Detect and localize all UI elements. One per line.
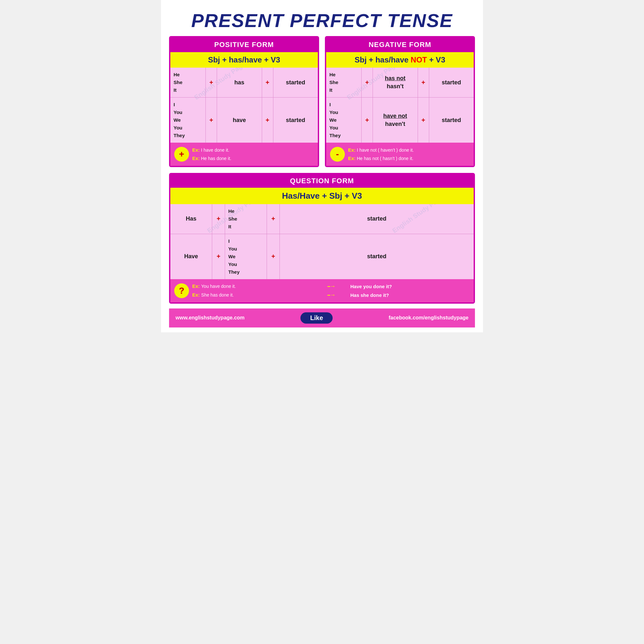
negative-verb-1: has not hasn't: [373, 68, 418, 97]
negative-row-2: IYouWeYouThey + have not haven't + start…: [326, 98, 474, 143]
q-ex-pair-2: Ex: She has done it. --→ Has she done it…: [192, 292, 470, 298]
negative-v3-2: started: [429, 98, 474, 143]
ex-label-pos-1: Ex:: [192, 147, 200, 153]
neg-verb-line2-1: hasn't: [387, 82, 403, 90]
negative-verb-2: have not haven't: [373, 98, 418, 143]
positive-badge: +: [174, 147, 189, 162]
negative-subjects-2: IYouWeYouThey: [326, 98, 362, 143]
footer-left-url: www.englishstudypage.com: [175, 315, 245, 321]
question-formula: Has/Have + Sbj + V3: [170, 188, 474, 204]
positive-form-box: POSITIVE FORM Sbj + has/have + V3 Englis…: [169, 36, 319, 167]
question-header-wrap: QUESTION FORM: [170, 174, 474, 188]
positive-plus2-1: +: [262, 68, 273, 97]
negative-formula: Sbj + has/have NOT + V3: [326, 52, 474, 68]
q-ex-pair-1: Ex: You have done it. --→ Have you done …: [192, 283, 470, 290]
neg-verb-line1-1: has not: [385, 74, 405, 82]
question-subjects-1: HeSheIt: [225, 204, 267, 234]
q-ex-right-1: Have you done it?: [350, 284, 470, 289]
q-ex-left-1: Ex: You have done it.: [192, 283, 312, 289]
footer-right-url: facebook.com/englishstudypage: [389, 315, 469, 321]
question-v3-1: started: [280, 204, 474, 234]
like-button[interactable]: Like: [300, 312, 333, 324]
positive-plus1-2: +: [206, 98, 217, 143]
question-v3-2: started: [280, 234, 474, 279]
positive-examples-text: Ex: I have done it. Ex: He has done it.: [192, 146, 231, 163]
ex-label-neg-2: Ex:: [348, 156, 355, 161]
negative-v3-1: started: [429, 68, 474, 97]
positive-verb-1: has: [217, 68, 262, 97]
positive-formula: Sbj + has/have + V3: [170, 52, 318, 68]
negative-plus1-1: +: [362, 68, 373, 97]
question-plus1-1: +: [212, 204, 225, 234]
q-arrow-2: --→: [318, 292, 344, 298]
question-row-1: Has + HeSheIt + started: [170, 204, 474, 234]
question-verb-1: Has: [170, 204, 212, 234]
positive-verb-2: have: [217, 98, 262, 143]
ex-label-pos-2: Ex:: [192, 156, 200, 161]
positive-subjects-2: IYouWeYouThey: [170, 98, 206, 143]
positive-row-1: HeSheIt + has + started: [170, 68, 318, 98]
question-subjects-2: IYouWeYouThey: [225, 234, 267, 279]
question-verb-2: Have: [170, 234, 212, 279]
positive-v3-2: started: [273, 98, 318, 143]
question-examples: ? Ex: You have done it. --→ Have you don…: [170, 279, 474, 302]
negative-row-1: HeSheIt + has not hasn't + started: [326, 68, 474, 98]
question-form-box: QUESTION FORM Has/Have + Sbj + V3 Englis…: [169, 173, 475, 304]
question-plus2-1: +: [267, 204, 280, 234]
negative-subjects-1: HeSheIt: [326, 68, 362, 97]
ex-label-q-1: Ex:: [192, 283, 200, 289]
question-table: English Study Page English Study Page Ha…: [170, 204, 474, 279]
negative-examples-text: Ex: I have not ( haven't ) done it. Ex: …: [348, 146, 414, 163]
q-arrow-1: --→: [318, 283, 344, 290]
neg-verb-line2-2: haven't: [385, 120, 405, 128]
top-section: POSITIVE FORM Sbj + has/have + V3 Englis…: [169, 36, 475, 167]
negative-header: NEGATIVE FORM: [326, 37, 474, 52]
positive-v3-1: started: [273, 68, 318, 97]
negative-ex1: I have not ( haven't ) done it.: [357, 147, 414, 153]
neg-verb-line1-2: have not: [383, 112, 407, 120]
neg-formula-not: NOT: [411, 55, 427, 64]
positive-table: English Study Page HeSheIt + has + start…: [170, 68, 318, 143]
negative-ex2: He has not ( hasn't ) done it.: [357, 156, 413, 161]
question-plus2-2: +: [267, 234, 280, 279]
negative-examples: - Ex: I have not ( haven't ) done it. Ex…: [326, 143, 474, 166]
neg-formula-suffix: + V3: [427, 55, 445, 64]
question-plus1-2: +: [212, 234, 225, 279]
positive-row-2: IYouWeYouThey + have + started: [170, 98, 318, 143]
negative-plus2-2: +: [418, 98, 429, 143]
positive-subjects-1: HeSheIt: [170, 68, 206, 97]
question-header: QUESTION FORM: [170, 177, 474, 185]
negative-plus1-2: +: [362, 98, 373, 143]
question-row-2: Have + IYouWeYouThey + started: [170, 234, 474, 279]
positive-header: POSITIVE FORM: [170, 37, 318, 52]
q-ex1-left: You have done it.: [201, 284, 236, 289]
q-ex2-left: She has done it.: [201, 292, 234, 298]
negative-badge: -: [330, 147, 345, 162]
negative-plus2-1: +: [418, 68, 429, 97]
positive-examples: + Ex: I have done it. Ex: He has done it…: [170, 143, 318, 166]
q-ex-left-2: Ex: She has done it.: [192, 292, 312, 298]
negative-form-box: NEGATIVE FORM Sbj + has/have NOT + V3 En…: [325, 36, 475, 167]
footer: www.englishstudypage.com Like facebook.c…: [169, 308, 475, 327]
neg-formula-prefix: Sbj + has/have: [355, 55, 411, 64]
negative-table: English Study Page HeSheIt + has not has…: [326, 68, 474, 143]
ex-label-neg-1: Ex:: [348, 147, 355, 153]
question-badge: ?: [174, 283, 189, 298]
question-examples-wrap: Ex: You have done it. --→ Have you done …: [192, 283, 470, 298]
positive-ex2: He has done it.: [201, 156, 231, 161]
positive-plus1-1: +: [206, 68, 217, 97]
positive-plus2-2: +: [262, 98, 273, 143]
positive-ex1: I have done it.: [201, 147, 229, 153]
q-ex-right-2: Has she done it?: [350, 292, 470, 298]
main-title: PRESENT PERFECT TENSE: [169, 6, 475, 36]
ex-label-q-2: Ex:: [192, 292, 200, 298]
